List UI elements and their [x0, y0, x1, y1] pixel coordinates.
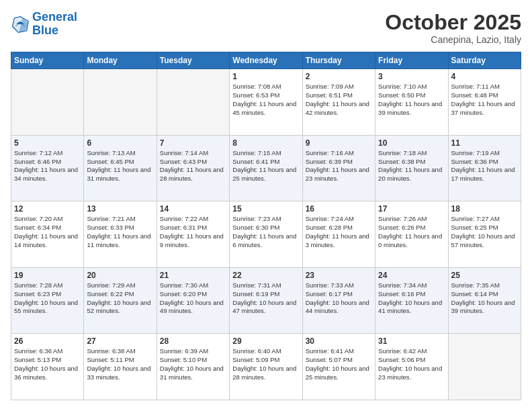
main-title: October 2025 [385, 11, 521, 34]
day-number: 1 [232, 72, 299, 81]
title-block: October 2025 Canepina, Lazio, Italy [385, 11, 521, 45]
calendar-week-1: 1Sunrise: 7:08 AM Sunset: 6:53 PM Daylig… [11, 69, 521, 136]
day-info: Sunrise: 7:21 AM Sunset: 6:33 PM Dayligh… [87, 215, 153, 249]
day-number: 21 [160, 271, 226, 280]
day-number: 14 [160, 204, 226, 214]
calendar-cell-24: 22Sunrise: 7:31 AM Sunset: 6:19 PM Dayli… [230, 267, 302, 334]
day-number: 9 [306, 138, 372, 148]
day-info: Sunrise: 7:14 AM Sunset: 6:43 PM Dayligh… [160, 149, 226, 183]
calendar-cell-9: 7Sunrise: 7:14 AM Sunset: 6:43 PM Daylig… [157, 135, 229, 201]
logo-icon [11, 15, 30, 34]
day-info: Sunrise: 7:29 AM Sunset: 6:22 PM Dayligh… [87, 281, 153, 316]
day-number: 15 [232, 204, 299, 214]
logo-text: General Blue [32, 11, 77, 38]
calendar-cell-33: 31Sunrise: 6:42 AM Sunset: 5:06 PM Dayli… [375, 334, 448, 400]
calendar-cell-1 [84, 69, 157, 136]
col-sunday: Sunday [11, 52, 84, 69]
calendar-week-5: 26Sunrise: 6:36 AM Sunset: 5:13 PM Dayli… [11, 334, 521, 400]
calendar-cell-26: 24Sunrise: 7:34 AM Sunset: 6:16 PM Dayli… [375, 267, 448, 334]
calendar-cell-19: 17Sunrise: 7:26 AM Sunset: 6:26 PM Dayli… [375, 201, 448, 268]
day-info: Sunrise: 6:42 AM Sunset: 5:06 PM Dayligh… [378, 347, 445, 381]
day-number: 10 [378, 138, 445, 148]
calendar-cell-8: 6Sunrise: 7:13 AM Sunset: 6:45 PM Daylig… [84, 135, 157, 201]
calendar-cell-7: 5Sunrise: 7:12 AM Sunset: 6:46 PM Daylig… [11, 135, 84, 201]
logo-general: General [32, 10, 77, 24]
day-info: Sunrise: 7:12 AM Sunset: 6:46 PM Dayligh… [14, 149, 81, 183]
calendar-cell-27: 25Sunrise: 7:35 AM Sunset: 6:14 PM Dayli… [448, 267, 521, 334]
calendar-cell-34 [448, 334, 521, 400]
day-number: 30 [306, 336, 372, 346]
calendar-cell-23: 21Sunrise: 7:30 AM Sunset: 6:20 PM Dayli… [157, 267, 229, 334]
day-info: Sunrise: 7:08 AM Sunset: 6:53 PM Dayligh… [232, 83, 299, 117]
calendar-cell-28: 26Sunrise: 6:36 AM Sunset: 5:13 PM Dayli… [11, 334, 84, 400]
calendar-cell-16: 14Sunrise: 7:22 AM Sunset: 6:31 PM Dayli… [157, 201, 229, 268]
day-number: 8 [232, 138, 299, 148]
col-friday: Friday [375, 52, 448, 69]
day-number: 16 [306, 204, 372, 214]
day-number: 29 [232, 336, 299, 346]
col-monday: Monday [84, 52, 157, 69]
calendar-cell-22: 20Sunrise: 7:29 AM Sunset: 6:22 PM Dayli… [84, 267, 157, 334]
day-info: Sunrise: 7:34 AM Sunset: 6:16 PM Dayligh… [378, 281, 445, 316]
logo: General Blue [11, 11, 77, 38]
calendar-cell-12: 10Sunrise: 7:18 AM Sunset: 6:38 PM Dayli… [375, 135, 448, 201]
calendar-cell-5: 3Sunrise: 7:10 AM Sunset: 6:50 PM Daylig… [375, 69, 448, 136]
calendar-header-row: Sunday Monday Tuesday Wednesday Thursday… [11, 52, 521, 69]
day-info: Sunrise: 6:36 AM Sunset: 5:13 PM Dayligh… [14, 347, 81, 381]
day-info: Sunrise: 7:16 AM Sunset: 6:39 PM Dayligh… [306, 149, 372, 183]
day-info: Sunrise: 7:27 AM Sunset: 6:25 PM Dayligh… [451, 215, 518, 249]
day-info: Sunrise: 6:40 AM Sunset: 5:09 PM Dayligh… [232, 347, 299, 381]
day-info: Sunrise: 7:31 AM Sunset: 6:19 PM Dayligh… [232, 281, 299, 316]
calendar-cell-18: 16Sunrise: 7:24 AM Sunset: 6:28 PM Dayli… [302, 201, 375, 268]
calendar-cell-25: 23Sunrise: 7:33 AM Sunset: 6:17 PM Dayli… [302, 267, 375, 334]
calendar-week-3: 12Sunrise: 7:20 AM Sunset: 6:34 PM Dayli… [11, 201, 521, 268]
day-info: Sunrise: 6:41 AM Sunset: 5:07 PM Dayligh… [306, 347, 372, 381]
subtitle: Canepina, Lazio, Italy [385, 34, 521, 45]
day-number: 27 [87, 336, 153, 346]
calendar-cell-6: 4Sunrise: 7:11 AM Sunset: 6:48 PM Daylig… [448, 69, 521, 136]
day-info: Sunrise: 6:38 AM Sunset: 5:11 PM Dayligh… [87, 347, 153, 381]
calendar-cell-20: 18Sunrise: 7:27 AM Sunset: 6:25 PM Dayli… [448, 201, 521, 268]
day-number: 19 [14, 271, 81, 280]
day-number: 28 [160, 336, 226, 346]
day-number: 20 [87, 271, 153, 280]
calendar-cell-3: 1Sunrise: 7:08 AM Sunset: 6:53 PM Daylig… [230, 69, 302, 136]
calendar-cell-32: 30Sunrise: 6:41 AM Sunset: 5:07 PM Dayli… [302, 334, 375, 400]
col-tuesday: Tuesday [157, 52, 229, 69]
logo-text-block: General Blue [32, 11, 77, 38]
day-number: 31 [378, 336, 445, 346]
day-info: Sunrise: 7:13 AM Sunset: 6:45 PM Dayligh… [87, 149, 153, 183]
calendar-cell-13: 11Sunrise: 7:19 AM Sunset: 6:36 PM Dayli… [448, 135, 521, 201]
logo-blue: Blue [32, 24, 58, 37]
calendar-cell-15: 13Sunrise: 7:21 AM Sunset: 6:33 PM Dayli… [84, 201, 157, 268]
day-number: 13 [87, 204, 153, 214]
calendar-cell-0 [11, 69, 84, 136]
calendar-cell-30: 28Sunrise: 6:39 AM Sunset: 5:10 PM Dayli… [157, 334, 229, 400]
calendar-table: Sunday Monday Tuesday Wednesday Thursday… [11, 52, 521, 400]
day-info: Sunrise: 7:28 AM Sunset: 6:23 PM Dayligh… [14, 281, 81, 316]
day-info: Sunrise: 7:24 AM Sunset: 6:28 PM Dayligh… [306, 215, 372, 249]
day-number: 3 [378, 72, 445, 81]
calendar-cell-4: 2Sunrise: 7:09 AM Sunset: 6:51 PM Daylig… [302, 69, 375, 136]
col-wednesday: Wednesday [230, 52, 302, 69]
day-number: 4 [451, 72, 518, 81]
day-info: Sunrise: 7:10 AM Sunset: 6:50 PM Dayligh… [378, 83, 445, 117]
day-number: 22 [232, 271, 299, 280]
day-info: Sunrise: 7:20 AM Sunset: 6:34 PM Dayligh… [14, 215, 81, 249]
day-number: 6 [87, 138, 153, 148]
day-number: 5 [14, 138, 81, 148]
day-info: Sunrise: 7:11 AM Sunset: 6:48 PM Dayligh… [451, 83, 518, 117]
day-info: Sunrise: 7:35 AM Sunset: 6:14 PM Dayligh… [451, 281, 518, 316]
day-number: 7 [160, 138, 226, 148]
day-info: Sunrise: 7:30 AM Sunset: 6:20 PM Dayligh… [160, 281, 226, 316]
calendar-cell-31: 29Sunrise: 6:40 AM Sunset: 5:09 PM Dayli… [230, 334, 302, 400]
day-number: 25 [451, 271, 518, 280]
calendar-week-4: 19Sunrise: 7:28 AM Sunset: 6:23 PM Dayli… [11, 267, 521, 334]
page: General Blue October 2025 Canepina, Lazi… [0, 0, 532, 411]
header: General Blue October 2025 Canepina, Lazi… [11, 11, 521, 45]
calendar-cell-14: 12Sunrise: 7:20 AM Sunset: 6:34 PM Dayli… [11, 201, 84, 268]
day-number: 2 [306, 72, 372, 81]
calendar-cell-10: 8Sunrise: 7:15 AM Sunset: 6:41 PM Daylig… [230, 135, 302, 201]
col-saturday: Saturday [448, 52, 521, 69]
calendar-cell-17: 15Sunrise: 7:23 AM Sunset: 6:30 PM Dayli… [230, 201, 302, 268]
